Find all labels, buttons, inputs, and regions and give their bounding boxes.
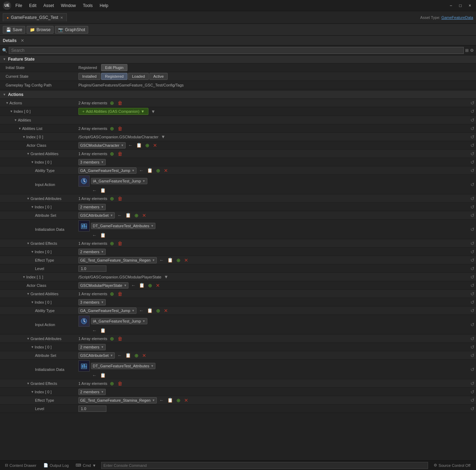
effect-1-copy[interactable]: 📋 xyxy=(166,397,174,403)
granted-eff-1-reset[interactable]: ↺ xyxy=(469,381,476,386)
input-action-select[interactable]: IA_GameFeatureTest_Jump ▼ xyxy=(91,178,147,184)
actions-delete-button[interactable]: 🗑 xyxy=(117,100,124,106)
input-action-copy[interactable]: 📋 xyxy=(99,187,107,193)
granted-eff-1-index0-reset[interactable]: ↺ xyxy=(469,389,476,395)
init-data-1-reset[interactable]: ↺ xyxy=(469,367,476,372)
granted-ab-1-members-select[interactable]: 3 members ▼ xyxy=(78,299,106,305)
granted-attrs-1-members-select[interactable]: 2 members ▼ xyxy=(78,344,106,350)
attr-set-1-back[interactable]: ← xyxy=(116,352,123,358)
console-input[interactable] xyxy=(101,462,428,469)
granted-eff-del[interactable]: 🗑 xyxy=(117,240,124,247)
ability-type-1-copy[interactable]: 📋 xyxy=(146,307,154,313)
effect-copy[interactable]: 📋 xyxy=(166,257,174,263)
input-action-back[interactable]: ← xyxy=(91,187,98,193)
attr-set-back[interactable]: ← xyxy=(116,212,123,218)
granted-attrs-1-del[interactable]: 🗑 xyxy=(117,336,124,342)
actor-class-1-add[interactable]: ⊕ xyxy=(147,282,153,289)
abilities-list-reset[interactable]: ↺ xyxy=(469,126,476,131)
granted-eff-1-del[interactable]: 🗑 xyxy=(117,380,124,387)
input-action-1-select[interactable]: IA_GameFeatureTest_Jump ▼ xyxy=(91,318,147,324)
actions-index0-reset[interactable]: ↺ xyxy=(469,109,476,114)
abilities-list-del[interactable]: 🗑 xyxy=(117,125,124,132)
content-drawer-button[interactable]: ⊟ Content Drawer xyxy=(3,462,38,468)
input-action-1-copy[interactable]: 📋 xyxy=(99,327,107,333)
actions-add-button[interactable]: ⊕ xyxy=(109,100,115,106)
ability-type-1-del[interactable]: ✕ xyxy=(163,307,169,314)
init-data-1-back[interactable]: ← xyxy=(91,372,98,378)
effect-1-del[interactable]: ✕ xyxy=(183,397,189,403)
attr-set-reset[interactable]: ↺ xyxy=(469,213,476,218)
ability-type-select[interactable]: GA_GameFeatureTest_Jump ▼ xyxy=(78,167,136,174)
init-data-1-copy[interactable]: 📋 xyxy=(99,372,107,378)
actor-class-back[interactable]: ← xyxy=(127,142,134,148)
granted-ab-index0-reset[interactable]: ↺ xyxy=(469,159,476,165)
menu-edit[interactable]: Edit xyxy=(28,2,38,9)
attr-set-1-add[interactable]: ⊕ xyxy=(133,352,140,359)
granted-ab-add[interactable]: ⊕ xyxy=(109,151,115,157)
abilities-reset[interactable]: ↺ xyxy=(469,117,476,123)
browse-button[interactable]: 📁 Browse xyxy=(27,26,54,34)
attr-set-del[interactable]: ✕ xyxy=(141,212,147,219)
granted-eff-add[interactable]: ⊕ xyxy=(109,240,115,247)
minimize-button[interactable]: − xyxy=(448,2,454,9)
ability-type-add[interactable]: ⊕ xyxy=(155,167,161,174)
actor-class-1-reset[interactable]: ↺ xyxy=(469,283,476,288)
ablist-index0-dropdown[interactable]: ▼ xyxy=(160,134,167,140)
granted-ab-1-add[interactable]: ⊕ xyxy=(109,291,115,297)
grid-view-icon[interactable]: ⊞ xyxy=(465,48,469,53)
input-action-reset[interactable]: ↺ xyxy=(469,182,476,187)
granted-attrs-1-index0-reset[interactable]: ↺ xyxy=(469,344,476,350)
search-input[interactable] xyxy=(9,47,464,54)
tab-close[interactable]: ✕ xyxy=(60,16,63,20)
level-1-input[interactable] xyxy=(78,406,106,412)
ablist-index1-dropdown[interactable]: ▼ xyxy=(163,274,169,280)
effect-type-reset[interactable]: ↺ xyxy=(469,257,476,263)
init-data-back[interactable]: ← xyxy=(91,232,98,238)
state-installed[interactable]: Installed xyxy=(78,73,100,80)
granted-ab-index0-select[interactable]: 3 members ▼ xyxy=(78,159,106,165)
granted-attrs-members-select[interactable]: 2 members ▼ xyxy=(78,204,106,210)
effect-del[interactable]: ✕ xyxy=(183,257,189,263)
output-log-button[interactable]: 📄 Output Log xyxy=(41,462,71,468)
menu-window[interactable]: Window xyxy=(59,2,77,9)
state-registered[interactable]: Registered xyxy=(101,73,127,80)
actor-class-add[interactable]: ⊕ xyxy=(144,142,150,148)
effect-type-1-reset[interactable]: ↺ xyxy=(469,398,476,403)
cmd-button[interactable]: ⌨ Cmd ▼ xyxy=(74,462,98,468)
feature-state-section[interactable]: ▼ Feature State xyxy=(0,55,476,63)
init-data-1-select[interactable]: DT_GameFeatureTest_Attributes ▼ xyxy=(91,363,155,369)
actions-section[interactable]: ▼ Actions xyxy=(0,91,476,99)
attr-set-add[interactable]: ⊕ xyxy=(133,212,140,219)
level-input[interactable] xyxy=(78,265,106,272)
actions-index0-more-dropdown[interactable]: ▼ xyxy=(150,109,156,115)
effect-add[interactable]: ⊕ xyxy=(175,257,182,263)
maximize-button[interactable]: □ xyxy=(457,2,464,9)
init-data-reset[interactable]: ↺ xyxy=(469,227,476,232)
granted-ab-1-reset[interactable]: ↺ xyxy=(469,291,476,297)
init-data-copy[interactable]: 📋 xyxy=(99,232,107,238)
close-button[interactable]: × xyxy=(467,2,473,9)
attr-set-1-del[interactable]: ✕ xyxy=(141,352,147,359)
add-abilities-button[interactable]: + Add Abilities (GAS Companion) ▼ xyxy=(78,108,148,115)
ability-type-reset[interactable]: ↺ xyxy=(469,168,476,173)
details-close-button[interactable]: ✕ xyxy=(21,38,24,43)
abilities-list-add[interactable]: ⊕ xyxy=(109,125,115,132)
granted-eff-reset[interactable]: ↺ xyxy=(469,241,476,246)
granted-attrs-reset[interactable]: ↺ xyxy=(469,196,476,201)
attr-set-1-copy[interactable]: 📋 xyxy=(124,352,132,358)
menu-asset[interactable]: Asset xyxy=(42,2,55,9)
granted-attrs-1-add[interactable]: ⊕ xyxy=(109,336,115,342)
asset-type-link[interactable]: GameFeatureData xyxy=(441,15,473,20)
granted-ab-reset[interactable]: ↺ xyxy=(469,151,476,157)
ability-type-1-add[interactable]: ⊕ xyxy=(155,307,161,314)
effect-type-1-select[interactable]: GE_Test_GameFeature_Stamina_Regen ▼ xyxy=(78,397,157,403)
granted-eff-1-members-select[interactable]: 2 members ▼ xyxy=(78,389,106,395)
level-reset[interactable]: ↺ xyxy=(469,266,476,271)
attr-set-copy[interactable]: 📋 xyxy=(124,212,132,218)
actor-class-copy[interactable]: 📋 xyxy=(135,142,143,148)
granted-attrs-add[interactable]: ⊕ xyxy=(109,195,115,202)
settings-icon[interactable]: ⚙ xyxy=(470,48,474,53)
actor-class-1-back[interactable]: ← xyxy=(130,282,136,288)
actor-class-select[interactable]: GSCModularCharacter ▼ xyxy=(78,142,126,148)
ability-type-1-select[interactable]: GA_GameFeatureTest_Jump ▼ xyxy=(78,307,136,314)
